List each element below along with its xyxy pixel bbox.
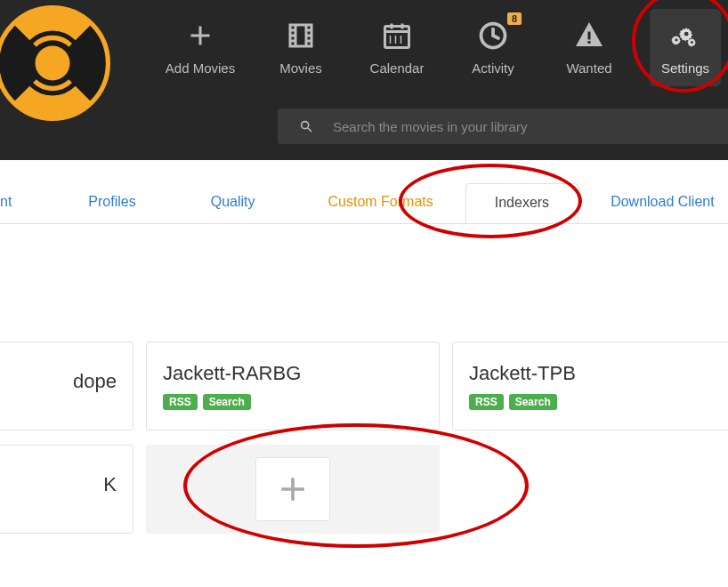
- indexer-badges: RSS Search: [469, 394, 728, 410]
- nav-movies[interactable]: Movies: [265, 9, 336, 86]
- nav-label: Activity: [472, 60, 514, 76]
- top-navigation: Add Movies Movies Calendar 8 Activity: [0, 0, 728, 160]
- svg-rect-3: [385, 27, 409, 48]
- svg-point-14: [684, 32, 689, 36]
- svg-point-17: [302, 122, 309, 129]
- nav-items: Add Movies Movies Calendar 8 Activity: [160, 9, 721, 86]
- rss-badge: RSS: [163, 394, 198, 410]
- indexer-badges: RSS Search: [163, 394, 423, 410]
- tab-partial-left[interactable]: nt: [0, 183, 28, 224]
- settings-subtabs: nt Profiles Quality Custom Formats Index…: [0, 160, 728, 224]
- search-badge: Search: [203, 394, 251, 410]
- nav-label: Settings: [661, 60, 709, 76]
- search-badge: Search: [509, 394, 557, 410]
- indexer-card[interactable]: dope: [0, 342, 133, 430]
- indexer-cards: dope Jackett-RARBG RSS Search Jackett-TP…: [0, 342, 728, 534]
- plus-box: [255, 457, 330, 521]
- indexer-card[interactable]: K: [0, 445, 133, 534]
- indexer-card[interactable]: Jackett-RARBG RSS Search: [146, 342, 440, 430]
- nav-label: Movies: [279, 60, 322, 76]
- tab-download-client[interactable]: Download Client: [595, 183, 728, 224]
- nav-activity[interactable]: 8 Activity: [457, 9, 529, 86]
- nav-label: Wanted: [566, 60, 611, 76]
- rss-badge: RSS: [469, 394, 504, 410]
- calendar-icon: [381, 18, 413, 53]
- svg-line-18: [308, 128, 311, 132]
- svg-point-15: [675, 38, 677, 41]
- indexer-name: K: [0, 473, 117, 496]
- tab-custom-formats[interactable]: Custom Formats: [312, 183, 449, 224]
- nav-add-movies[interactable]: Add Movies: [160, 9, 240, 86]
- indexer-name: Jackett-TPB: [469, 362, 728, 385]
- nav-settings[interactable]: Settings: [650, 9, 721, 86]
- gears-icon: [669, 18, 701, 53]
- search-bar[interactable]: [278, 109, 728, 144]
- plus-icon: [273, 470, 312, 509]
- nav-wanted[interactable]: Wanted: [554, 9, 625, 86]
- svg-rect-12: [588, 41, 591, 44]
- indexer-card[interactable]: Jackett-TPB RSS Search: [452, 342, 728, 430]
- search-icon: [299, 119, 313, 133]
- indexer-name: Jackett-RARBG: [163, 362, 423, 385]
- svg-rect-11: [588, 32, 591, 40]
- app-logo: [0, 5, 110, 121]
- svg-point-2: [36, 46, 70, 81]
- tab-profiles[interactable]: Profiles: [72, 183, 151, 224]
- nav-calendar[interactable]: Calendar: [361, 9, 433, 86]
- film-icon: [285, 18, 317, 53]
- tab-indexers[interactable]: Indexers: [465, 183, 578, 224]
- warning-icon: [573, 18, 605, 53]
- add-indexer-card[interactable]: [146, 445, 440, 534]
- search-input[interactable]: [333, 119, 728, 134]
- clock-icon: [477, 18, 509, 53]
- activity-badge: 8: [507, 12, 522, 25]
- svg-point-16: [691, 41, 693, 44]
- plus-icon: [184, 18, 216, 53]
- tab-quality[interactable]: Quality: [195, 183, 271, 224]
- nav-label: Add Movies: [166, 60, 235, 76]
- indexer-name: dope: [0, 370, 117, 393]
- nav-label: Calendar: [370, 60, 425, 76]
